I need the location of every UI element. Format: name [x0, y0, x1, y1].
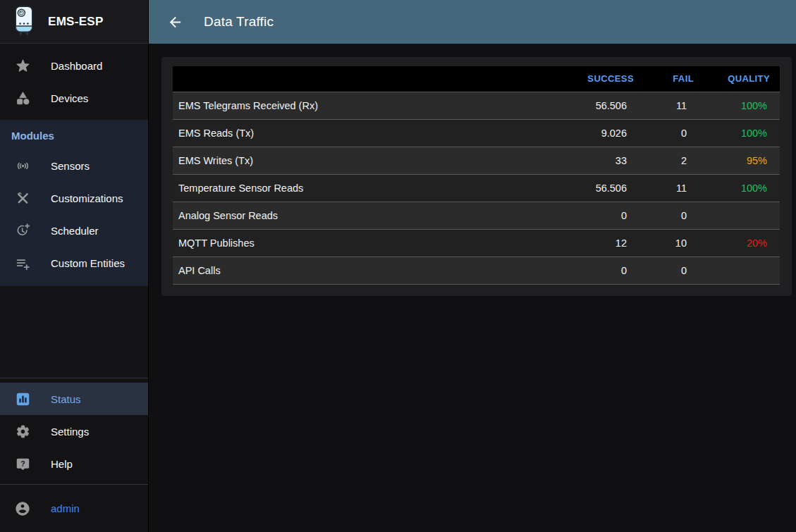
sidebar-modules-section: Modules Sensors	[0, 120, 148, 286]
row-label: EMS Reads (Tx)	[173, 119, 556, 147]
column-header-success: SUCCESS	[556, 66, 644, 92]
fail-value: 11	[644, 174, 704, 202]
row-label: Temperature Sensor Reads	[173, 174, 556, 202]
appbar: Data Traffic	[149, 0, 796, 44]
sidebar-item-devices[interactable]: Devices	[0, 82, 148, 114]
column-header-fail: FAIL	[644, 66, 704, 92]
sidebar-item-status[interactable]: Status	[0, 383, 148, 415]
sidebar-system-nav: Status Settings ? Help	[0, 378, 148, 484]
sidebar-item-custom-entities[interactable]: Custom Entities	[0, 247, 148, 279]
page-title: Data Traffic	[204, 14, 274, 30]
table-row: MQTT Publishes 12 10 20%	[173, 229, 780, 256]
help-bubble-icon: ?	[14, 457, 31, 471]
modules-section-header: Modules	[0, 121, 148, 149]
success-value: 0	[556, 256, 644, 284]
column-header-quality: QUALITY	[704, 66, 780, 92]
table-row: API Calls 0 0	[173, 256, 780, 284]
data-traffic-card: SUCCESS FAIL QUALITY EMS Telegrams Recei…	[161, 57, 792, 296]
sidebar-item-customizations[interactable]: Customizations	[0, 182, 148, 214]
app-logo-boiler-icon	[11, 5, 37, 39]
table-row: Analog Sensor Reads 0 0	[173, 202, 780, 229]
content-area: SUCCESS FAIL QUALITY EMS Telegrams Recei…	[149, 44, 796, 532]
row-label: EMS Telegrams Received (Rx)	[173, 92, 556, 119]
data-traffic-table: SUCCESS FAIL QUALITY EMS Telegrams Recei…	[173, 66, 780, 285]
sidebar-item-scheduler[interactable]: Scheduler	[0, 214, 148, 247]
row-label: Analog Sensor Reads	[173, 202, 556, 229]
category-shapes-icon	[14, 91, 31, 106]
quality-value: 100%	[704, 92, 780, 119]
sidebar-item-label: Devices	[51, 92, 88, 104]
account-circle-icon	[14, 501, 31, 516]
quality-value: 95%	[704, 147, 780, 174]
fail-value: 0	[644, 202, 704, 229]
sidebar-item-help[interactable]: ? Help	[0, 447, 148, 480]
sidebar-item-label: Sensors	[51, 160, 90, 172]
table-row: EMS Reads (Tx) 9.026 0 100%	[173, 119, 780, 147]
sidebar-item-dashboard[interactable]: Dashboard	[0, 49, 148, 82]
fail-value: 0	[644, 256, 704, 284]
sidebar-item-sensors[interactable]: Sensors	[0, 149, 148, 182]
quality-value: 100%	[704, 119, 780, 147]
table-row: EMS Telegrams Received (Rx) 56.506 11 10…	[173, 92, 780, 119]
fail-value: 0	[644, 119, 704, 147]
app-title: EMS-ESP	[48, 15, 104, 29]
sidebar-item-label: Dashboard	[51, 60, 102, 72]
row-label: API Calls	[173, 256, 556, 284]
back-arrow-icon[interactable]	[167, 13, 184, 30]
sidebar-item-label: Scheduler	[51, 225, 99, 237]
sidebar-item-label: Customizations	[51, 192, 123, 204]
main-area: Data Traffic SUCCESS FAIL QUALITY	[149, 0, 796, 532]
list-plus-icon	[14, 256, 31, 271]
sidebar: EMS-ESP Dashboard Devices Modules	[0, 0, 149, 532]
clock-plus-icon	[14, 223, 31, 238]
sidebar-primary-nav: Dashboard Devices	[0, 44, 148, 120]
sidebar-item-settings[interactable]: Settings	[0, 415, 148, 447]
sidebar-item-label: Status	[51, 393, 81, 405]
app-header: EMS-ESP	[0, 0, 148, 44]
success-value: 56.506	[556, 92, 644, 119]
success-value: 9.026	[556, 119, 644, 147]
column-header-blank	[173, 66, 556, 92]
gear-icon	[14, 424, 31, 439]
success-value: 33	[556, 147, 644, 174]
table-row: Temperature Sensor Reads 56.506 11 100%	[173, 174, 780, 202]
fail-value: 11	[644, 92, 704, 119]
svg-text:?: ?	[20, 459, 25, 467]
sidebar-spacer	[0, 286, 148, 378]
row-label: EMS Writes (Tx)	[173, 147, 556, 174]
bar-chart-icon	[14, 392, 31, 407]
quality-value: 20%	[704, 229, 780, 256]
fail-value: 10	[644, 229, 704, 256]
success-value: 0	[556, 202, 644, 229]
fail-value: 2	[644, 147, 704, 174]
sidebar-item-label: Help	[51, 458, 73, 470]
tools-icon	[14, 191, 31, 206]
table-header-row: SUCCESS FAIL QUALITY	[173, 66, 780, 92]
success-value: 56.506	[556, 174, 644, 202]
sidebar-user-admin[interactable]: admin	[0, 484, 148, 532]
quality-value: 100%	[704, 174, 780, 202]
quality-value	[704, 202, 780, 229]
star-icon	[14, 58, 31, 73]
user-name: admin	[51, 502, 80, 514]
success-value: 12	[556, 229, 644, 256]
table-row: EMS Writes (Tx) 33 2 95%	[173, 147, 780, 174]
quality-value	[704, 256, 780, 284]
sensors-icon	[14, 159, 31, 173]
sidebar-item-label: Settings	[51, 426, 89, 438]
row-label: MQTT Publishes	[173, 229, 556, 256]
sidebar-item-label: Custom Entities	[51, 257, 125, 269]
